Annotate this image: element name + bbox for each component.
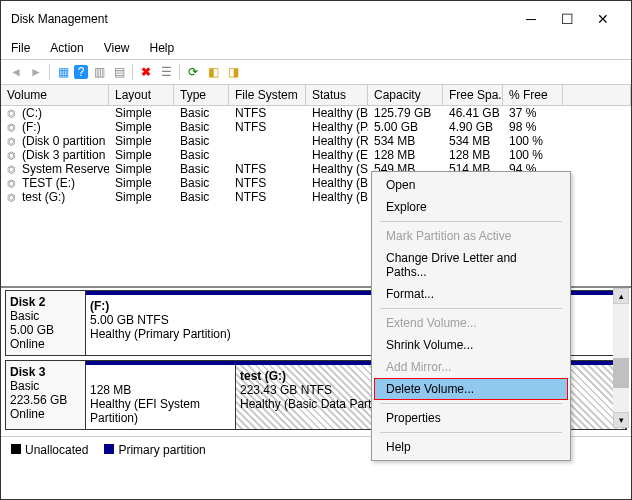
cell-status: Healthy (B... <box>306 106 368 120</box>
action-icon[interactable]: ◧ <box>204 63 222 81</box>
ctx-explore[interactable]: Explore <box>374 196 568 218</box>
toolbar-separator <box>179 64 180 80</box>
menu-view[interactable]: View <box>100 39 134 57</box>
cell-free: 128 MB <box>443 148 503 162</box>
col-pctfree[interactable]: % Free <box>503 85 563 105</box>
context-menu: Open Explore Mark Partition as Active Ch… <box>371 171 571 461</box>
disk-type: Basic <box>10 379 81 393</box>
disk-label[interactable]: Disk 2 Basic 5.00 GB Online <box>6 291 86 355</box>
cell-volume: (Disk 3 partition 1) <box>1 148 109 162</box>
menu-help[interactable]: Help <box>146 39 179 57</box>
cell-fs: NTFS <box>229 162 306 176</box>
cell-layout: Simple <box>109 190 174 204</box>
back-icon[interactable]: ◄ <box>7 63 25 81</box>
toolbar-separator <box>132 64 133 80</box>
cell-layout: Simple <box>109 106 174 120</box>
cell-status: Healthy (S... <box>306 162 368 176</box>
wizard-icon[interactable]: ◨ <box>224 63 242 81</box>
volume-row[interactable]: (C:)SimpleBasicNTFSHealthy (B...125.79 G… <box>1 106 631 120</box>
toolbar: ◄ ► ▦ ? ▥ ▤ ✖ ☰ ⟳ ◧ ◨ <box>1 59 631 85</box>
ctx-open[interactable]: Open <box>374 174 568 196</box>
window-title: Disk Management <box>11 12 513 26</box>
toolbar-separator <box>49 64 50 80</box>
disk-type: Basic <box>10 309 81 323</box>
volume-list-header: Volume Layout Type File System Status Ca… <box>1 85 631 106</box>
cell-status: Healthy (B... <box>306 176 368 190</box>
help-icon[interactable]: ? <box>74 65 88 79</box>
col-filesystem[interactable]: File System <box>229 85 306 105</box>
ctx-shrink[interactable]: Shrink Volume... <box>374 334 568 356</box>
cell-layout: Simple <box>109 134 174 148</box>
cell-layout: Simple <box>109 176 174 190</box>
ctx-separator <box>380 308 562 309</box>
col-capacity[interactable]: Capacity <box>368 85 443 105</box>
forward-icon[interactable]: ► <box>27 63 45 81</box>
cell-pct: 100 % <box>503 134 563 148</box>
disk-name: Disk 2 <box>10 295 81 309</box>
legend-primary: Primary partition <box>104 443 205 457</box>
cell-free: 534 MB <box>443 134 503 148</box>
maximize-button[interactable]: ☐ <box>549 7 585 31</box>
cell-status: Healthy (B... <box>306 190 368 204</box>
cell-volume: test (G:) <box>1 190 109 204</box>
menu-bar: File Action View Help <box>1 37 631 59</box>
cell-capacity: 128 MB <box>368 148 443 162</box>
partition-name: (F:) <box>90 299 109 313</box>
scroll-thumb[interactable] <box>613 358 629 388</box>
menu-file[interactable]: File <box>7 39 34 57</box>
ctx-help[interactable]: Help <box>374 436 568 458</box>
partition-status: Healthy (EFI System Partition) <box>90 397 231 425</box>
disk-status: Online <box>10 337 81 351</box>
ctx-change-letter[interactable]: Change Drive Letter and Paths... <box>374 247 568 283</box>
cell-volume: System Reserved <box>1 162 109 176</box>
ctx-separator <box>380 432 562 433</box>
volume-row[interactable]: (Disk 0 partition 3)SimpleBasicHealthy (… <box>1 134 631 148</box>
cell-volume: (C:) <box>1 106 109 120</box>
ctx-mirror: Add Mirror... <box>374 356 568 378</box>
col-volume[interactable]: Volume <box>1 85 109 105</box>
close-button[interactable]: ✕ <box>585 7 621 31</box>
cell-type: Basic <box>174 134 229 148</box>
ctx-separator <box>380 403 562 404</box>
minimize-button[interactable]: ─ <box>513 7 549 31</box>
volume-row[interactable]: (Disk 3 partition 1)SimpleBasicHealthy (… <box>1 148 631 162</box>
disk-label[interactable]: Disk 3 Basic 223.56 GB Online <box>6 361 86 429</box>
ctx-properties[interactable]: Properties <box>374 407 568 429</box>
ctx-delete-volume[interactable]: Delete Volume... <box>374 378 568 400</box>
col-status[interactable]: Status <box>306 85 368 105</box>
list-icon[interactable]: ▥ <box>90 63 108 81</box>
grid-icon[interactable]: ▤ <box>110 63 128 81</box>
disk-size: 5.00 GB <box>10 323 81 337</box>
scrollbar[interactable]: ▴ ▾ <box>613 288 629 428</box>
ctx-extend: Extend Volume... <box>374 312 568 334</box>
refresh-icon[interactable]: ⟳ <box>184 63 202 81</box>
title-bar: Disk Management ─ ☐ ✕ <box>1 1 631 37</box>
cell-volume: (Disk 0 partition 3) <box>1 134 109 148</box>
cell-free: 4.90 GB <box>443 120 503 134</box>
cell-fs: NTFS <box>229 176 306 190</box>
view-icon[interactable]: ▦ <box>54 63 72 81</box>
cell-capacity: 534 MB <box>368 134 443 148</box>
scroll-down-icon[interactable]: ▾ <box>613 412 629 428</box>
cell-type: Basic <box>174 120 229 134</box>
properties-icon[interactable]: ☰ <box>157 63 175 81</box>
cell-type: Basic <box>174 176 229 190</box>
cell-pct: 100 % <box>503 148 563 162</box>
disk-size: 223.56 GB <box>10 393 81 407</box>
cell-type: Basic <box>174 106 229 120</box>
cell-fs: NTFS <box>229 190 306 204</box>
cell-layout: Simple <box>109 120 174 134</box>
volume-row[interactable]: (F:)SimpleBasicNTFSHealthy (P...5.00 GB4… <box>1 120 631 134</box>
delete-icon[interactable]: ✖ <box>137 63 155 81</box>
col-layout[interactable]: Layout <box>109 85 174 105</box>
cell-fs: NTFS <box>229 106 306 120</box>
disk-name: Disk 3 <box>10 365 81 379</box>
menu-action[interactable]: Action <box>46 39 87 57</box>
cell-type: Basic <box>174 162 229 176</box>
partition-efi[interactable]: 128 MB Healthy (EFI System Partition) <box>86 361 236 429</box>
col-freespace[interactable]: Free Spa... <box>443 85 503 105</box>
col-type[interactable]: Type <box>174 85 229 105</box>
scroll-up-icon[interactable]: ▴ <box>613 288 629 304</box>
ctx-format[interactable]: Format... <box>374 283 568 305</box>
cell-type: Basic <box>174 148 229 162</box>
